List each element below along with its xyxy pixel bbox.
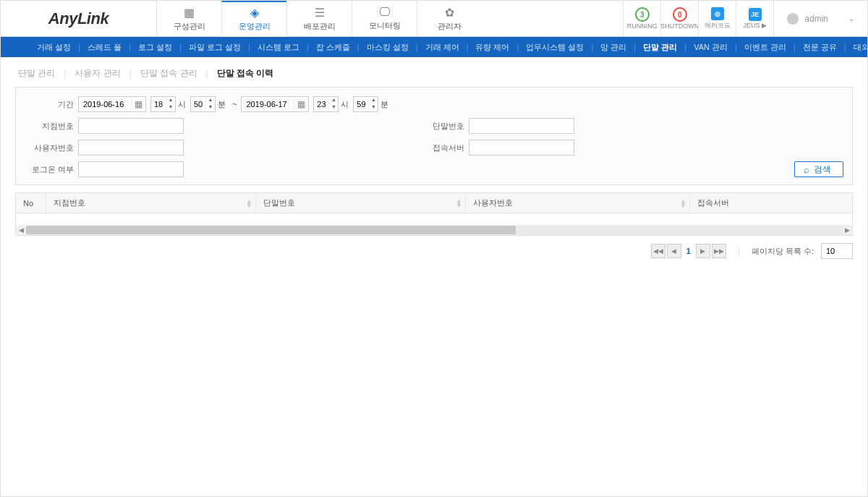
horizontal-scrollbar[interactable]: ◀ ▶	[16, 225, 852, 235]
pager-first-button[interactable]: ◀◀	[651, 244, 665, 258]
tab-deploy[interactable]: ☰ 배포관리	[286, 1, 352, 36]
search-icon: ⌕	[804, 164, 809, 175]
page-tab-active[interactable]: 단말 접속 이력	[214, 67, 277, 80]
calendar-icon[interactable]: ▦	[294, 97, 308, 111]
spinner-down-icon[interactable]: ▼	[206, 104, 215, 111]
label-branch-no: 지점번호	[30, 121, 74, 132]
grid-icon: ▦	[184, 6, 195, 20]
server-input[interactable]	[469, 140, 574, 156]
spinner-down-icon[interactable]: ▼	[329, 104, 338, 111]
terminal-no-input[interactable]	[469, 118, 574, 134]
running-count-icon: 3	[635, 7, 650, 22]
tab-label: 배포관리	[304, 21, 336, 32]
tab-admin[interactable]: ✿ 관리자	[417, 1, 482, 36]
scroll-thumb[interactable]	[26, 226, 516, 234]
page-tab[interactable]: 단말 관리	[15, 67, 58, 80]
subnav-item[interactable]: 로그 설정	[131, 42, 179, 53]
gear-icon: ✿	[445, 6, 454, 20]
tab-config[interactable]: ▦ 구성관리	[156, 1, 221, 36]
col-label: 지점번호	[54, 197, 85, 208]
status-errorcode[interactable]: ◎ 에러코드	[698, 1, 736, 36]
status-running[interactable]: 3 RUNNING	[623, 1, 660, 36]
pager: ◀◀ ◀ 1 ▶ ▶▶	[651, 244, 726, 258]
subnav-item-active[interactable]: 단말 관리	[636, 42, 684, 53]
to-date-input[interactable]	[242, 100, 294, 109]
chevron-down-icon: ⌄	[848, 14, 854, 22]
subnav-item[interactable]: 이벤트 관리	[737, 42, 793, 53]
label-user-no: 사용자번호	[30, 143, 74, 153]
to-date-wrap: ▦	[241, 96, 309, 112]
page-tab[interactable]: 단말 접속 관리	[137, 67, 200, 80]
subnav-item[interactable]: VAN 관리	[686, 42, 735, 53]
subnav: 거래 설정| 스레드 풀| 로그 설정| 파일 로그 설정| 시스템 로그| 잡…	[1, 37, 867, 57]
user-menu[interactable]: admin ⌄	[773, 1, 867, 36]
sort-icon: ▲▼	[680, 199, 686, 208]
pager-current[interactable]: 1	[683, 247, 694, 255]
scroll-right-icon[interactable]: ▶	[842, 225, 852, 235]
search-button[interactable]: ⌕ 검색	[794, 161, 843, 177]
subnav-item[interactable]: 거래 제어	[418, 42, 467, 53]
col-no[interactable]: No	[16, 193, 46, 213]
col-branch-no[interactable]: 지점번호▲▼	[46, 193, 256, 213]
to-hour-spinner: ▲▼	[313, 96, 339, 112]
from-min-input[interactable]	[191, 100, 205, 109]
shutdown-count-icon: 0	[673, 7, 687, 22]
scroll-track[interactable]	[26, 226, 842, 234]
tab-label: 구성관리	[174, 21, 205, 32]
user-no-input[interactable]	[78, 140, 184, 156]
subnav-item[interactable]: 파일 로그 설정	[182, 42, 248, 53]
page-tab[interactable]: 사용자 관리	[72, 67, 123, 80]
subnav-item[interactable]: 망 관리	[593, 42, 634, 53]
spinner-up-icon[interactable]: ▲	[329, 97, 338, 104]
from-hour-input[interactable]	[151, 100, 166, 109]
username: admin	[804, 14, 828, 24]
spinner-down-icon[interactable]: ▼	[369, 104, 378, 111]
pager-prev-button[interactable]: ◀	[667, 244, 681, 258]
subnav-item[interactable]: 거래 설정	[30, 42, 78, 53]
subnav-item[interactable]: 전문 공유	[796, 42, 844, 53]
header: AnyLink ▦ 구성관리 ◈ 운영관리 ☰ 배포관리 🖵 모니터링 ✿ 관리…	[1, 1, 867, 37]
per-page-label: 페이지당 목록 수:	[752, 246, 814, 257]
spinner-up-icon[interactable]: ▲	[369, 97, 378, 104]
avatar-icon	[787, 13, 799, 25]
tab-operations[interactable]: ◈ 운영관리	[221, 1, 286, 37]
col-server[interactable]: 접속서버	[690, 193, 852, 213]
branch-no-input[interactable]	[78, 118, 184, 134]
subnav-item[interactable]: 업무시스템 설정	[519, 42, 591, 53]
label-tilde: ~	[232, 100, 237, 109]
logon-input[interactable]	[78, 161, 184, 177]
to-hour-input[interactable]	[314, 100, 328, 109]
to-min-spinner: ▲▼	[353, 96, 378, 112]
errorcode-icon: ◎	[711, 7, 724, 20]
per-page-input[interactable]	[821, 243, 853, 259]
calendar-icon[interactable]: ▦	[131, 97, 145, 111]
subnav-item[interactable]: 마스킹 설정	[359, 42, 416, 53]
page-tabs: 단말 관리 | 사용자 관리 | 단말 접속 관리 | 단말 접속 이력	[1, 57, 867, 87]
spinner-down-icon[interactable]: ▼	[166, 104, 175, 111]
from-date-input[interactable]	[79, 100, 131, 109]
status-label: SHUTDOWN	[660, 22, 699, 30]
subnav-item[interactable]: 잡 스케줄	[309, 42, 357, 53]
spinner-up-icon[interactable]: ▲	[166, 97, 175, 104]
app-logo: AnyLink	[1, 1, 156, 36]
pager-next-button[interactable]: ▶	[696, 244, 710, 258]
from-min-spinner: ▲▼	[190, 96, 216, 112]
subnav-item[interactable]: 스레드 풀	[80, 42, 129, 53]
subnav-item[interactable]: 유량 제어	[468, 42, 516, 53]
pager-last-button[interactable]: ▶▶	[712, 244, 726, 258]
to-min-input[interactable]	[354, 100, 368, 109]
col-terminal-no[interactable]: 단말번호▲▼	[256, 193, 466, 213]
status-jeus[interactable]: JE JEUS ▶	[736, 1, 773, 36]
spinner-up-icon[interactable]: ▲	[206, 97, 215, 104]
header-right: 3 RUNNING 0 SHUTDOWN ◎ 에러코드 JE JEUS ▶ ad…	[623, 1, 867, 36]
tab-monitoring[interactable]: 🖵 모니터링	[352, 1, 417, 36]
subnav-item[interactable]: 시스템 로그	[250, 42, 307, 53]
status-shutdown[interactable]: 0 SHUTDOWN	[660, 1, 698, 36]
col-user-no[interactable]: 사용자번호▲▼	[466, 193, 690, 213]
search-button-label: 검색	[814, 163, 831, 176]
scroll-left-icon[interactable]: ◀	[16, 225, 26, 235]
from-hour-spinner: ▲▼	[150, 96, 176, 112]
label-terminal-no: 단말번호	[421, 121, 464, 132]
subnav-item[interactable]: 대외 연락처	[846, 42, 868, 53]
pager-sep: |	[738, 246, 740, 256]
